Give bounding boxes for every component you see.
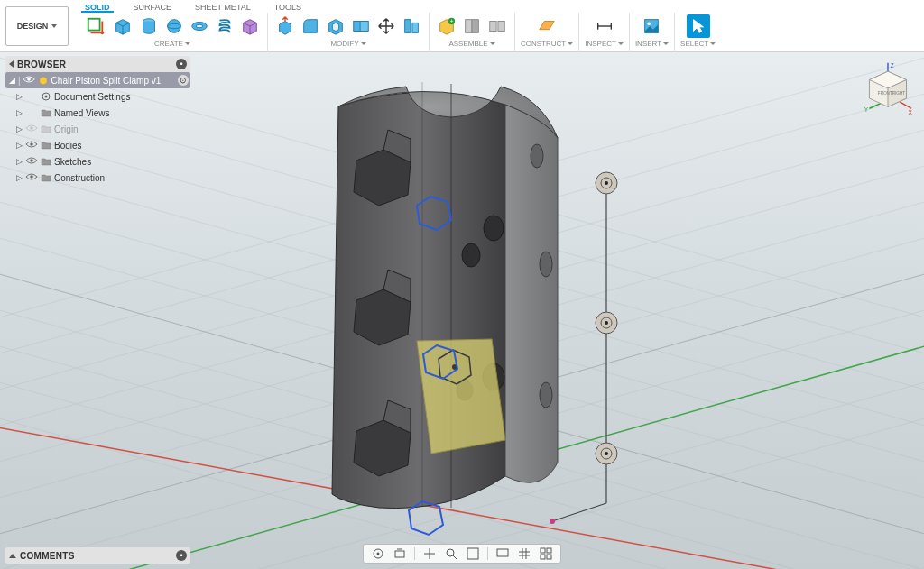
expand-icon[interactable]: ▷ [14,141,23,150]
comments-title: COMMENTS [20,551,176,561]
box-button[interactable] [110,14,135,39]
align-button[interactable] [400,14,423,38]
joint-button[interactable] [460,14,484,38]
svg-line-89 [453,555,457,559]
group-select-label[interactable]: SELECT [680,40,716,48]
group-construct-label[interactable]: CONSTRUCT [521,40,573,48]
display-settings-button[interactable] [494,546,512,562]
visibility-toggle[interactable] [25,124,38,134]
form-icon [240,16,260,36]
browser-item-document-settings[interactable]: ▷ Document Settings [5,88,190,105]
group-select: SELECT [675,13,721,52]
combine-icon [351,16,371,36]
group-assemble-label[interactable]: ASSEMBLE [448,40,494,48]
grid-settings-button[interactable] [515,546,533,562]
coil-icon [215,16,235,36]
svg-point-56 [531,144,543,168]
chevron-down-icon [51,24,57,28]
visibility-toggle[interactable] [25,140,38,151]
svg-point-100 [30,142,33,146]
group-create-label[interactable]: CREATE [154,40,190,48]
torus-icon [189,16,209,36]
svg-rect-16 [472,20,478,33]
press-pull-button[interactable] [273,14,297,38]
chevron-down-icon [618,42,624,45]
root-options-icon[interactable]: ⊙ [178,75,189,86]
browser-options-icon[interactable]: • [176,59,187,69]
fillet-button[interactable] [299,14,322,38]
chevron-down-icon [490,42,495,45]
select-button[interactable] [687,14,710,38]
tab-surface[interactable]: SURFACE [130,2,176,13]
pan-button[interactable] [420,546,439,562]
browser-item-label: Named Views [54,108,190,118]
browser-header[interactable]: BROWSER • [5,56,190,72]
browser-item-named-views[interactable]: ▷ Named Views [5,105,190,121]
tab-tools[interactable]: TOOLS [271,2,305,13]
browser-root-row[interactable]: ◢ | Chair Piston Split Clamp v1 ⊙ [5,72,190,88]
coil-button[interactable] [213,14,236,38]
torus-button[interactable] [188,14,211,38]
svg-rect-93 [547,548,551,553]
measure-icon [595,16,614,36]
viewport-settings-button[interactable] [537,546,555,562]
visibility-toggle[interactable] [23,75,35,86]
svg-line-80 [900,102,911,108]
group-insert: INSERT [630,13,675,52]
browser-item-origin[interactable]: ▷ Origin [5,121,190,137]
svg-point-88 [447,549,454,556]
expand-icon[interactable]: ▷ [14,173,23,182]
browser-item-bodies[interactable]: ▷ Bodies [5,137,190,153]
browser-item-construction[interactable]: ▷ Construction [5,170,190,186]
expand-icon[interactable]: ▷ [14,108,23,117]
workspace-dropdown[interactable]: DESIGN [5,6,69,46]
model-body [332,82,617,535]
orbit-button[interactable] [369,546,387,562]
cylinder-button[interactable] [137,14,161,38]
comments-options-icon[interactable]: • [176,550,187,561]
look-at-button[interactable] [391,546,409,562]
svg-point-5 [168,20,181,33]
shell-button[interactable] [324,14,347,38]
fit-button[interactable] [464,546,482,562]
group-inspect-label[interactable]: INSPECT [585,40,624,48]
visibility-toggle[interactable] [25,172,38,183]
separator-icon [487,547,488,560]
group-insert-label[interactable]: INSERT [635,40,669,48]
collapse-icon[interactable]: ◢ [7,76,16,85]
svg-point-74 [605,452,608,455]
construct-plane-button[interactable] [535,14,559,38]
group-modify-label[interactable]: MODIFY [330,40,365,48]
svg-rect-92 [541,548,545,553]
zoom-button[interactable] [442,546,460,562]
comments-panel-header[interactable]: COMMENTS • [5,547,190,564]
combine-button[interactable] [349,14,373,38]
form-button[interactable] [238,14,262,38]
create-sketch-icon [86,16,106,36]
tab-solid[interactable]: SOLID [81,2,114,13]
browser-item-sketches[interactable]: ▷ Sketches [5,153,190,170]
viewcube[interactable]: Z Y X FRONT RIGHT [863,61,913,112]
sphere-button[interactable] [162,14,186,38]
cylinder-icon [139,16,159,36]
expand-icon[interactable]: ▷ [14,124,23,133]
measure-button[interactable] [593,14,616,38]
insert-decal-button[interactable] [640,14,663,38]
chevron-down-icon [568,42,573,45]
sphere-icon [164,16,184,36]
svg-point-96 [27,78,31,81]
expand-icon[interactable]: ▷ [14,157,23,166]
new-component-button[interactable]: + [435,14,458,38]
svg-rect-10 [360,22,368,32]
browser-item-label: Sketches [54,157,190,167]
svg-point-58 [540,382,552,408]
tab-sheet-metal[interactable]: SHEET METAL [191,2,254,13]
svg-point-85 [377,553,380,555]
create-sketch-button[interactable] [83,14,108,39]
expand-icon[interactable]: ▷ [14,92,23,101]
svg-point-52 [462,243,480,267]
move-button[interactable] [374,14,398,38]
visibility-toggle[interactable] [25,156,38,167]
as-built-joint-button[interactable] [485,14,509,38]
svg-rect-90 [467,548,478,559]
